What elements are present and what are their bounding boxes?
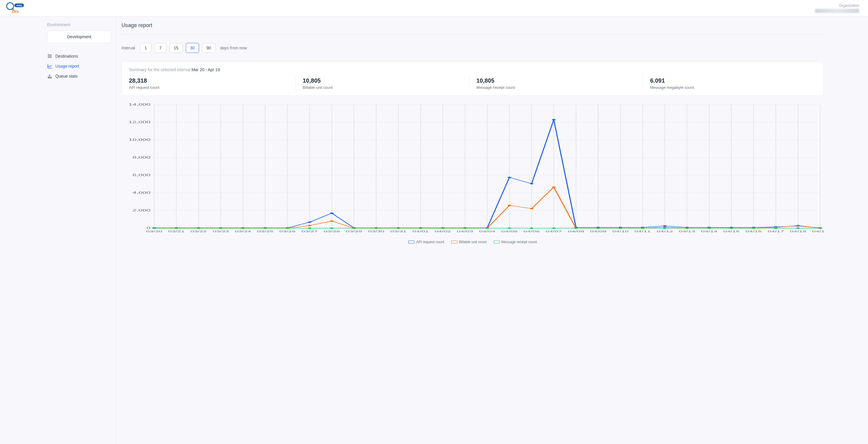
svg-text:03/20: 03/20 [146, 230, 162, 233]
svg-text:03/31: 03/31 [390, 230, 406, 233]
usage-chart: 02,0004,0006,0008,00010,00012,00014,0000… [122, 102, 824, 237]
summary-title: Summary for the selected interval Mar 20… [129, 67, 816, 72]
sidebar-item-label: Usage report [55, 64, 79, 69]
svg-text:04/14: 04/14 [701, 230, 717, 233]
chart-line-icon [47, 64, 53, 69]
svg-text:flex: flex [12, 9, 19, 14]
header: AMQ flex Organization [0, 0, 868, 16]
svg-text:04/12: 04/12 [657, 230, 673, 233]
interval-button-90[interactable]: 90 [202, 43, 216, 53]
svg-point-157 [219, 228, 223, 229]
svg-point-154 [152, 228, 156, 229]
interval-button-30[interactable]: 30 [186, 43, 199, 53]
logo[interactable]: AMQ flex [6, 2, 27, 15]
interval-button-1[interactable]: 1 [140, 43, 152, 53]
svg-point-174 [596, 228, 600, 229]
svg-point-164 [374, 228, 378, 229]
svg-text:04/10: 04/10 [612, 230, 628, 233]
organization-selector[interactable]: Organization [815, 3, 862, 13]
interval-button-7[interactable]: 7 [155, 43, 166, 53]
svg-point-110 [552, 119, 556, 121]
stat-value: 28,318 [129, 77, 288, 84]
svg-point-162 [330, 228, 334, 229]
svg-point-181 [752, 228, 755, 229]
svg-point-182 [774, 228, 778, 229]
svg-point-140 [530, 208, 533, 209]
interval-row: Interval 1 7 15 30 90 days from now [122, 43, 824, 53]
svg-point-109 [530, 183, 533, 184]
svg-point-166 [419, 228, 422, 229]
stat-label: Billable unit count [303, 85, 462, 90]
svg-point-175 [619, 228, 622, 229]
svg-point-163 [352, 228, 356, 229]
svg-text:6,000: 6,000 [132, 173, 151, 177]
interval-button-15[interactable]: 15 [169, 43, 183, 53]
svg-text:10,000: 10,000 [128, 138, 151, 141]
sidebar-item-destinations[interactable]: Destinations [47, 51, 116, 61]
svg-text:AMQ: AMQ [17, 4, 22, 6]
stat-label: API request count [129, 85, 288, 90]
svg-text:04/15: 04/15 [723, 230, 739, 233]
stat-message-megabyte-count: 6.091 Message megabyte count [650, 77, 816, 90]
svg-text:8,000: 8,000 [132, 156, 151, 159]
svg-text:12,000: 12,000 [128, 121, 151, 124]
svg-point-108 [507, 177, 511, 178]
svg-point-183 [796, 228, 800, 229]
svg-point-173 [574, 228, 578, 229]
svg-text:03/24: 03/24 [235, 230, 251, 233]
list-icon [47, 54, 53, 59]
svg-text:04/08: 04/08 [568, 230, 584, 233]
svg-point-171 [530, 228, 533, 229]
summary-card: Summary for the selected interval Mar 20… [122, 61, 824, 96]
chart-legend: API request countBillable unit countMess… [122, 240, 824, 244]
svg-point-139 [507, 205, 511, 206]
svg-text:03/21: 03/21 [168, 230, 184, 233]
stat-value: 6.091 [650, 77, 809, 84]
svg-text:03/27: 03/27 [302, 230, 318, 233]
svg-point-160 [286, 228, 289, 229]
bar-chart-icon [47, 73, 53, 79]
environment-label: Environment [47, 22, 116, 27]
svg-text:04/11: 04/11 [634, 230, 651, 233]
svg-text:04/17: 04/17 [768, 230, 784, 233]
svg-text:04/13: 04/13 [679, 230, 695, 233]
svg-point-184 [818, 228, 822, 229]
days-from-now-label: days from now [220, 45, 247, 50]
svg-text:04/16: 04/16 [745, 230, 762, 233]
sidebar-item-label: Destinations [55, 54, 78, 59]
svg-text:04/19: 04/19 [812, 230, 824, 233]
sidebar-item-usage-report[interactable]: Usage report [47, 61, 116, 71]
svg-text:14,000: 14,000 [128, 103, 151, 106]
svg-text:4,000: 4,000 [132, 191, 151, 194]
svg-text:04/18: 04/18 [790, 230, 806, 233]
svg-point-165 [397, 228, 400, 229]
svg-text:04/05: 04/05 [501, 230, 517, 233]
environment-selector[interactable]: Development [47, 31, 111, 43]
stat-label: Message receipt count [476, 85, 636, 90]
svg-text:03/26: 03/26 [279, 230, 295, 233]
svg-text:04/06: 04/06 [524, 230, 540, 233]
svg-point-131 [330, 220, 334, 222]
svg-text:04/04: 04/04 [479, 230, 495, 233]
svg-point-156 [197, 228, 200, 229]
svg-point-168 [463, 228, 467, 229]
svg-text:03/25: 03/25 [257, 230, 273, 233]
svg-point-179 [708, 228, 711, 229]
svg-text:04/07: 04/07 [546, 230, 562, 233]
svg-text:04/01: 04/01 [412, 230, 429, 233]
svg-text:04/03: 04/03 [457, 230, 473, 233]
svg-text:03/28: 03/28 [323, 230, 340, 233]
svg-point-170 [507, 228, 511, 229]
svg-text:03/22: 03/22 [190, 230, 207, 233]
organization-value-redacted [815, 9, 859, 13]
svg-text:04/09: 04/09 [590, 230, 606, 233]
svg-text:0: 0 [147, 227, 151, 230]
svg-point-158 [241, 228, 245, 229]
stat-billable-unit-count: 10,805 Billable unit count [303, 77, 469, 90]
sidebar-item-queue-stats[interactable]: Queue stats [47, 71, 116, 81]
svg-point-176 [641, 228, 644, 229]
svg-text:2,000: 2,000 [132, 209, 151, 212]
organization-label: Organization [815, 3, 859, 8]
stat-value: 10,805 [303, 77, 462, 84]
svg-point-180 [730, 228, 733, 229]
